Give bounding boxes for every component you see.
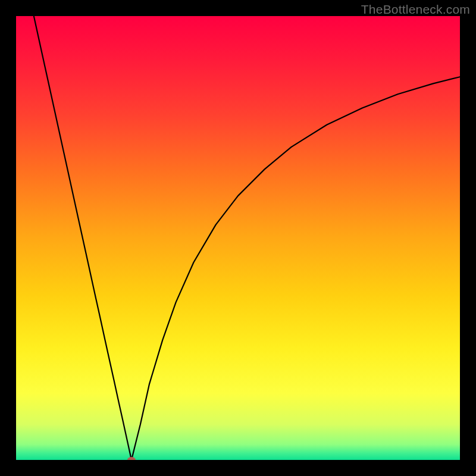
watermark-text: TheBottleneck.com — [361, 2, 470, 17]
bottleneck-chart — [16, 16, 460, 460]
plot-frame — [16, 16, 460, 460]
